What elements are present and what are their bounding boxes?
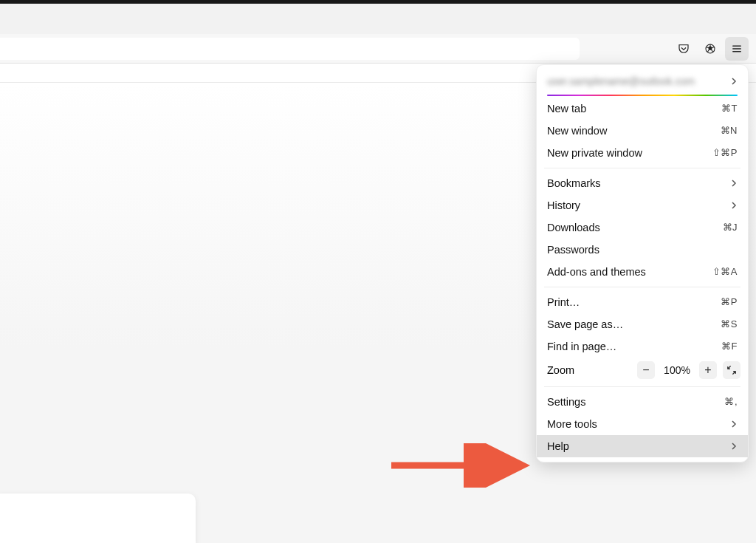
menu-new-window[interactable]: New window ⌘N: [537, 120, 748, 142]
menu-item-label: Print…: [547, 296, 580, 308]
menu-passwords[interactable]: Passwords: [537, 239, 748, 261]
zoom-in-button[interactable]: +: [699, 361, 717, 379]
menu-zoom: Zoom − 100% +: [537, 358, 748, 383]
hamburger-menu-icon[interactable]: [725, 37, 749, 61]
menu-item-label: Add-ons and themes: [547, 266, 646, 278]
menu-find[interactable]: Find in page… ⌘F: [537, 335, 748, 358]
menu-save-as[interactable]: Save page as… ⌘S: [537, 313, 748, 335]
menu-help[interactable]: Help: [537, 435, 748, 457]
fullscreen-icon[interactable]: [723, 361, 740, 379]
menu-item-label: Passwords: [547, 244, 599, 256]
menu-addons[interactable]: Add-ons and themes ⇧⌘A: [537, 261, 748, 283]
menu-print[interactable]: Print… ⌘P: [537, 291, 748, 313]
menu-item-label: History: [547, 199, 580, 211]
account-email: user.samplename@outlook.com: [547, 75, 695, 87]
menu-item-label: Zoom: [547, 364, 574, 376]
menu-more-tools[interactable]: More tools: [537, 413, 748, 435]
menu-separator: [544, 386, 740, 387]
chevron-right-icon: [730, 443, 738, 450]
svg-marker-1: [709, 47, 712, 49]
url-field[interactable]: [0, 38, 580, 60]
chevron-right-icon: [730, 180, 738, 187]
menu-item-label: Settings: [547, 396, 585, 408]
menu-history[interactable]: History: [537, 194, 748, 216]
soccer-icon[interactable]: [698, 37, 722, 61]
menu-item-label: Downloads: [547, 222, 600, 233]
menu-item-shortcut: ⌘N: [721, 125, 738, 136]
chevron-right-icon: [730, 420, 738, 428]
menu-item-shortcut: ⌘J: [723, 222, 738, 233]
menu-item-label: New tab: [547, 103, 586, 115]
chevron-right-icon: [730, 78, 738, 85]
menu-downloads[interactable]: Downloads ⌘J: [537, 216, 748, 239]
zoom-out-button[interactable]: −: [637, 361, 655, 379]
menu-item-label: More tools: [547, 418, 597, 430]
menu-new-private-window[interactable]: New private window ⇧⌘P: [537, 142, 748, 164]
menu-item-label: New private window: [547, 147, 642, 159]
menu-item-shortcut: ⌘P: [721, 296, 738, 307]
chevron-right-icon: [730, 202, 738, 209]
menu-item-shortcut: ⌘F: [721, 341, 738, 352]
menu-item-label: New window: [547, 125, 607, 137]
app-menu: user.samplename@outlook.com New tab ⌘T N…: [536, 64, 749, 462]
promo-card: [0, 494, 196, 543]
menu-item-label: Help: [547, 440, 569, 452]
account-rainbow-divider: [547, 95, 738, 96]
menu-item-label: Bookmarks: [547, 177, 601, 189]
menu-bookmarks[interactable]: Bookmarks: [537, 172, 748, 194]
menu-separator: [544, 168, 740, 168]
menu-item-shortcut: ⌘S: [721, 318, 738, 329]
menu-account[interactable]: user.samplename@outlook.com: [537, 68, 748, 95]
menu-separator: [544, 287, 740, 287]
menu-item-shortcut: ⌘,: [724, 396, 738, 407]
menu-item-label: Find in page…: [547, 341, 616, 352]
menu-item-label: Save page as…: [547, 318, 623, 330]
pocket-icon[interactable]: [672, 37, 695, 61]
title-bar: [0, 4, 756, 34]
menu-item-shortcut: ⌘T: [721, 103, 738, 114]
toolbar: [0, 34, 756, 64]
menu-item-shortcut: ⇧⌘A: [712, 266, 738, 277]
menu-settings[interactable]: Settings ⌘,: [537, 391, 748, 413]
menu-item-shortcut: ⇧⌘P: [712, 147, 738, 158]
zoom-value: 100%: [661, 364, 693, 376]
menu-new-tab[interactable]: New tab ⌘T: [537, 98, 748, 120]
